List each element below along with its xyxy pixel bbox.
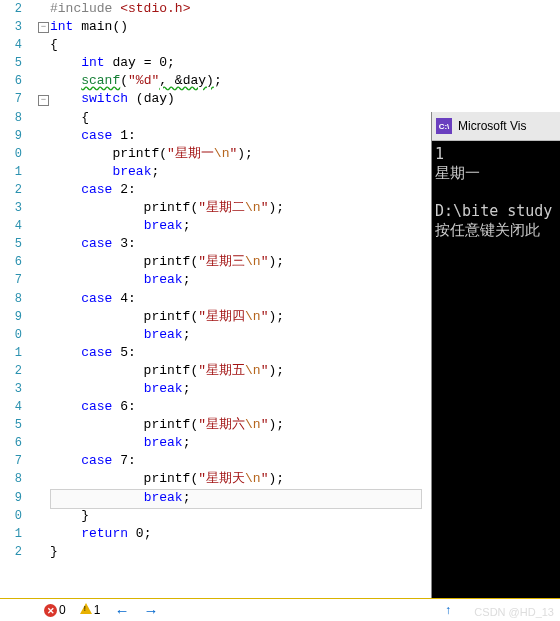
code-line[interactable]: case 1: (50, 127, 560, 145)
line-number: 7 (0, 452, 22, 470)
line-number: 6 (0, 253, 22, 271)
line-number: 7 (0, 90, 22, 108)
code-line[interactable]: return 0; (50, 525, 560, 543)
line-number: 2 (0, 543, 22, 561)
line-number: 2 (0, 362, 22, 380)
code-line[interactable]: printf("星期五\n"); (50, 362, 560, 380)
code-line[interactable]: } (50, 507, 560, 525)
line-number: 7 (0, 271, 22, 289)
code-line[interactable]: break; (50, 434, 560, 452)
line-number: 6 (0, 72, 22, 90)
code-line[interactable]: printf("星期四\n"); (50, 308, 560, 326)
code-line[interactable]: printf("星期二\n"); (50, 199, 560, 217)
code-line[interactable]: break; (50, 380, 560, 398)
line-number: 8 (0, 470, 22, 488)
code-line[interactable]: case 4: (50, 290, 560, 308)
line-number: 5 (0, 235, 22, 253)
watermark: CSDN @HD_13 (474, 606, 554, 618)
line-number: 3 (0, 380, 22, 398)
error-count: 0 (59, 603, 66, 617)
code-line[interactable]: break; (50, 271, 560, 289)
code-line[interactable]: } (50, 543, 560, 561)
line-number: 0 (0, 145, 22, 163)
line-number: 1 (0, 163, 22, 181)
fold-column (36, 0, 50, 598)
line-number: 4 (0, 398, 22, 416)
code-line[interactable]: break; (50, 217, 560, 235)
code-line[interactable]: printf("星期三\n"); (50, 253, 560, 271)
line-number: 0 (0, 326, 22, 344)
code-line[interactable]: case 5: (50, 344, 560, 362)
fold-toggle-icon[interactable] (38, 95, 49, 106)
code-line[interactable]: { (50, 109, 560, 127)
line-number-gutter: 2345678901234567890123456789012 (0, 0, 24, 598)
code-line[interactable]: case 6: (50, 398, 560, 416)
line-number: 8 (0, 290, 22, 308)
code-line[interactable]: break; (50, 163, 560, 181)
fold-toggle-icon[interactable] (38, 22, 49, 33)
line-number: 3 (0, 199, 22, 217)
line-number: 1 (0, 525, 22, 543)
line-number: 4 (0, 217, 22, 235)
line-number: 5 (0, 416, 22, 434)
line-number: 9 (0, 489, 22, 507)
error-icon: ✕ (44, 604, 57, 617)
line-number: 5 (0, 54, 22, 72)
line-number: 9 (0, 127, 22, 145)
code-line[interactable]: printf("星期六\n"); (50, 416, 560, 434)
up-button[interactable]: ↑ (445, 603, 451, 617)
line-number: 9 (0, 308, 22, 326)
code-line[interactable]: switch (day) (50, 90, 560, 108)
code-line[interactable]: { (50, 36, 560, 54)
code-editor[interactable]: #include <stdio.h>int main(){ int day = … (50, 0, 560, 561)
line-number: 4 (0, 36, 22, 54)
code-line[interactable]: int day = 0; (50, 54, 560, 72)
code-line[interactable]: printf("星期天\n"); (50, 470, 560, 488)
code-line[interactable]: printf("星期一\n"); (50, 145, 560, 163)
warnings-indicator[interactable]: 1 (80, 603, 101, 617)
line-number: 0 (0, 507, 22, 525)
warning-count: 1 (94, 603, 101, 617)
code-line[interactable]: case 2: (50, 181, 560, 199)
line-number: 2 (0, 181, 22, 199)
line-number: 8 (0, 109, 22, 127)
code-line[interactable]: #include <stdio.h> (50, 0, 560, 18)
line-number: 1 (0, 344, 22, 362)
errors-indicator[interactable]: ✕0 (44, 603, 66, 618)
line-number: 3 (0, 18, 22, 36)
line-number: 2 (0, 0, 22, 18)
nav-back-button[interactable]: ← (114, 602, 129, 619)
code-line[interactable]: case 7: (50, 452, 560, 470)
code-line[interactable]: break; (50, 326, 560, 344)
nav-forward-button[interactable]: → (143, 602, 158, 619)
code-line[interactable]: break; (50, 489, 560, 507)
code-line[interactable]: int main() (50, 18, 560, 36)
code-line[interactable]: scanf("%d", &day); (50, 72, 560, 90)
warning-icon (80, 603, 92, 614)
line-number: 6 (0, 434, 22, 452)
code-line[interactable]: case 3: (50, 235, 560, 253)
